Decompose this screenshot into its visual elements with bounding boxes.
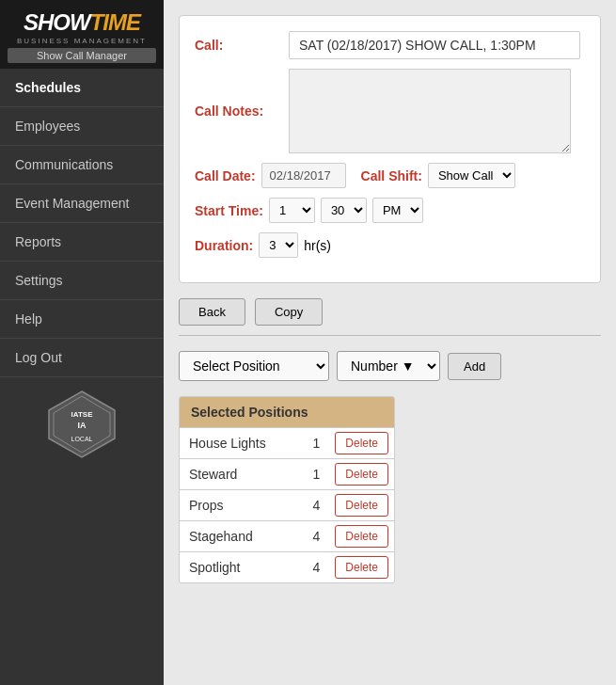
sidebar-item-event-management[interactable]: Event Management (0, 184, 164, 223)
position-name: Stagehand (180, 521, 303, 551)
sidebar: SHOW TIME BUSINESS MANAGEMENT Show Call … (0, 0, 164, 685)
sidebar-item-employees[interactable]: Employees (0, 107, 164, 146)
shift-select[interactable]: Show Call Work Call Meeting (428, 163, 515, 188)
duration-group: Duration: 1234 5678 hr(s) (195, 232, 331, 258)
divider (179, 335, 601, 336)
sidebar-item-help[interactable]: Help (0, 300, 164, 339)
logo-biz: BUSINESS MANAGEMENT (17, 37, 147, 45)
position-name: Props (180, 490, 303, 520)
iatse-logo: IATSE IA LOCAL (44, 387, 119, 462)
start-min-select[interactable]: 00153045 (321, 198, 367, 223)
main-content: Call: SAT (02/18/2017) SHOW CALL, 1:30PM… (164, 0, 616, 685)
table-row: House Lights 1 Delete (180, 427, 394, 458)
duration-label: Duration: (195, 238, 253, 253)
copy-button[interactable]: Copy (255, 298, 323, 326)
date-group: Call Date: (195, 163, 346, 188)
logo-badge: Show Call Manager (8, 48, 156, 63)
position-number: 4 (303, 490, 329, 520)
sidebar-item-reports[interactable]: Reports (0, 223, 164, 262)
duration-row: Duration: 1234 5678 hr(s) (195, 232, 585, 258)
shift-group: Call Shift: Show Call Work Call Meeting (361, 163, 515, 188)
shift-label: Call Shift: (361, 168, 422, 183)
table-row: Steward 1 Delete (180, 458, 394, 489)
number-select[interactable]: Number ▼ 1 2 3 4 5 6 (337, 351, 440, 381)
position-name: House Lights (180, 428, 303, 458)
call-info-card: Call: SAT (02/18/2017) SHOW CALL, 1:30PM… (179, 15, 601, 283)
call-label: Call: (195, 38, 289, 53)
position-number: 1 (303, 428, 329, 458)
delete-button[interactable]: Delete (335, 525, 388, 548)
app-logo: SHOW TIME BUSINESS MANAGEMENT Show Call … (0, 0, 164, 69)
table-row: Stagehand 4 Delete (180, 520, 394, 551)
duration-unit: hr(s) (304, 238, 331, 253)
back-button[interactable]: Back (179, 298, 245, 326)
positions-header: Selected Positions (180, 397, 394, 427)
date-label: Call Date: (195, 168, 256, 183)
notes-input[interactable] (289, 69, 571, 153)
date-shift-row: Call Date: Call Shift: Show Call Work Ca… (195, 163, 585, 188)
svg-text:IATSE: IATSE (71, 410, 94, 419)
table-row: Spotlight 4 Delete (180, 551, 394, 582)
call-row: Call: SAT (02/18/2017) SHOW CALL, 1:30PM (195, 31, 585, 59)
date-input[interactable] (261, 163, 346, 188)
start-ampm-select[interactable]: AMPM (372, 198, 423, 223)
svg-text:IA: IA (78, 421, 87, 430)
action-buttons: Back Copy (179, 298, 601, 326)
position-number: 4 (303, 521, 329, 551)
position-select[interactable]: Select Position House Lights Steward Pro… (179, 351, 329, 381)
start-hour-select[interactable]: 1234 5678 9101112 (269, 198, 315, 223)
delete-button[interactable]: Delete (335, 494, 388, 517)
notes-row: Call Notes: (195, 69, 585, 153)
call-value: SAT (02/18/2017) SHOW CALL, 1:30PM (289, 31, 580, 59)
notes-label: Call Notes: (195, 104, 289, 119)
position-name: Spotlight (180, 552, 303, 582)
selected-positions-table: Selected Positions House Lights 1 Delete… (179, 396, 395, 583)
sidebar-item-settings[interactable]: Settings (0, 262, 164, 300)
delete-button[interactable]: Delete (335, 556, 388, 579)
position-name: Steward (180, 459, 303, 489)
start-time-group: Start Time: 1234 5678 9101112 00153045 A… (195, 198, 423, 223)
svg-text:LOCAL: LOCAL (71, 436, 93, 442)
position-selector-row: Select Position House Lights Steward Pro… (179, 351, 601, 381)
delete-button[interactable]: Delete (335, 463, 388, 486)
logo-time: TIME (90, 9, 140, 36)
add-button[interactable]: Add (448, 353, 501, 380)
table-row: Props 4 Delete (180, 489, 394, 520)
delete-button[interactable]: Delete (335, 432, 388, 454)
sidebar-item-log-out[interactable]: Log Out (0, 339, 164, 377)
logo-show: SHOW (24, 9, 90, 36)
sidebar-item-communications[interactable]: Communications (0, 146, 164, 184)
position-number: 4 (303, 552, 329, 582)
duration-select[interactable]: 1234 5678 (259, 232, 298, 258)
sidebar-item-schedules[interactable]: Schedules (0, 69, 164, 107)
start-time-label: Start Time: (195, 203, 263, 218)
position-number: 1 (303, 459, 329, 489)
start-time-row: Start Time: 1234 5678 9101112 00153045 A… (195, 198, 585, 223)
